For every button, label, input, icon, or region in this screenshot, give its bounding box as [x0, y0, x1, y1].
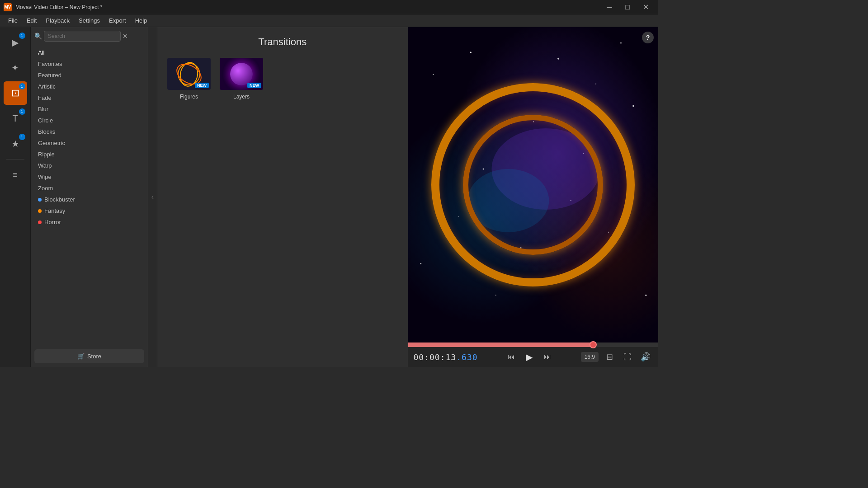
menu-playback[interactable]: Playback: [41, 15, 74, 26]
text-icon: T: [12, 113, 18, 124]
store-label: Store: [87, 353, 101, 360]
transitions-grid: NEW Figures NEW Layers: [157, 57, 408, 100]
category-blur-label: Blur: [38, 106, 48, 113]
category-geometric-label: Geometric: [38, 140, 65, 146]
category-favorites-label: Favorites: [38, 61, 62, 67]
sidebar-item-menu[interactable]: ≡: [4, 163, 27, 187]
fullscreen-button[interactable]: ⛶: [620, 350, 635, 364]
preview-controls: 00:00:13.630 ⏮ ▶ ⏭ 16:9 ⊟ ⛶ 🔊: [408, 347, 659, 367]
panel-collapse-button[interactable]: ‹: [148, 27, 157, 367]
store-icon: 🛒: [77, 353, 85, 360]
category-horror-label: Horror: [44, 219, 61, 225]
skip-back-button[interactable]: ⏮: [504, 350, 519, 364]
category-blockbuster-label: Blockbuster: [44, 196, 75, 203]
transition-thumb-figures: NEW: [166, 57, 212, 91]
timecode-main: 00:00:13: [414, 352, 457, 362]
menu-bar: File Edit Playback Settings Export Help: [0, 14, 658, 27]
category-circle-label: Circle: [38, 117, 53, 124]
transition-item-layers[interactable]: NEW Layers: [219, 57, 264, 100]
effects-icon: ✦: [11, 62, 19, 73]
search-clear-button[interactable]: ✕: [123, 33, 128, 40]
window-controls: ─ □ ✕: [600, 0, 655, 14]
transition-label-layers: Layers: [233, 94, 250, 100]
search-row: 🔍 ✕: [31, 27, 148, 45]
category-blur[interactable]: Blur: [31, 103, 148, 115]
category-all-label: All: [38, 49, 44, 56]
transitions-title: Transitions: [157, 27, 408, 57]
transitions-category-panel: 🔍 ✕ All Favorites Featured Artistic Fade…: [31, 27, 148, 367]
sidebar-item-text[interactable]: 1 T: [4, 107, 27, 130]
maximize-button[interactable]: □: [618, 0, 637, 14]
category-blocks[interactable]: Blocks: [31, 126, 148, 137]
transition-label-figures: Figures: [180, 94, 198, 100]
category-zoom[interactable]: Zoom: [31, 183, 148, 194]
category-featured[interactable]: Featured: [31, 70, 148, 81]
transition-thumb-layers: NEW: [219, 57, 264, 91]
svg-point-5: [620, 42, 621, 43]
fantasy-dot: [38, 209, 42, 213]
svg-point-15: [420, 263, 421, 264]
title-bar: MV Movavi Video Editor – New Project * ─…: [0, 0, 658, 14]
sidebar-item-effects[interactable]: ✦: [4, 56, 27, 80]
app-icon: MV: [4, 3, 12, 11]
sidebar-item-transitions[interactable]: 1 ⊡: [4, 81, 27, 105]
store-button[interactable]: 🛒 Store: [34, 349, 144, 363]
help-button[interactable]: ?: [642, 32, 654, 43]
text-badge: 1: [19, 108, 25, 115]
play-button[interactable]: ▶: [522, 350, 537, 364]
blockbuster-dot: [38, 198, 42, 202]
menu-icon: ≡: [13, 170, 18, 180]
main-area: 1 ▶ ✦ 1 ⊡ 1 T 1 ★ ≡ 🔍 ✕: [0, 27, 658, 367]
category-artistic[interactable]: Artistic: [31, 81, 148, 92]
category-wipe-label: Wipe: [38, 174, 52, 180]
search-input[interactable]: [44, 31, 121, 42]
category-wipe[interactable]: Wipe: [31, 171, 148, 183]
category-fade[interactable]: Fade: [31, 92, 148, 103]
category-circle[interactable]: Circle: [31, 115, 148, 126]
skip-forward-button[interactable]: ⏭: [540, 350, 555, 364]
category-fantasy[interactable]: Fantasy: [31, 205, 148, 216]
figures-new-badge: NEW: [195, 83, 209, 88]
preview-scrubber[interactable]: [408, 343, 659, 347]
category-featured-label: Featured: [38, 72, 61, 79]
category-artistic-label: Artistic: [38, 83, 56, 90]
sidebar-item-media[interactable]: 1 ▶: [4, 31, 27, 54]
volume-button[interactable]: 🔊: [638, 350, 653, 364]
category-warp-label: Warp: [38, 162, 52, 169]
media-badge: 1: [19, 33, 25, 39]
timecode-ms: .630: [456, 352, 477, 362]
sidebar-item-filters[interactable]: 1 ★: [4, 132, 27, 155]
filters-icon: ★: [11, 138, 19, 149]
preview-area: ? 00:00:13.630 ⏮ ▶ ⏭ 16:9 ⊟ ⛶ 🔊: [408, 27, 659, 367]
category-warp[interactable]: Warp: [31, 160, 148, 171]
transitions-panel: 🔍 ✕ All Favorites Featured Artistic Fade…: [31, 27, 148, 367]
category-favorites[interactable]: Favorites: [31, 58, 148, 70]
svg-point-1: [470, 52, 471, 53]
svg-point-3: [557, 58, 559, 60]
horror-dot: [38, 221, 42, 224]
minimize-button[interactable]: ─: [600, 0, 618, 14]
svg-point-19: [645, 295, 646, 296]
gold-ring-inner: [463, 115, 603, 255]
categories-list: All Favorites Featured Artistic Fade Blu…: [31, 45, 148, 346]
category-all[interactable]: All: [31, 47, 148, 58]
category-horror[interactable]: Horror: [31, 216, 148, 228]
menu-edit[interactable]: Edit: [22, 15, 41, 26]
close-button[interactable]: ✕: [637, 0, 655, 14]
menu-file[interactable]: File: [4, 15, 22, 26]
transitions-badge: 1: [19, 83, 25, 89]
layers-sphere: [230, 63, 253, 85]
preview-image: ?: [408, 27, 659, 343]
scrubber-thumb[interactable]: [590, 341, 597, 348]
menu-export[interactable]: Export: [104, 15, 131, 26]
aspect-ratio-badge[interactable]: 16:9: [581, 352, 599, 362]
menu-help[interactable]: Help: [131, 15, 152, 26]
transition-item-figures[interactable]: NEW Figures: [166, 57, 212, 100]
category-blockbuster[interactable]: Blockbuster: [31, 194, 148, 205]
timecode-display: 00:00:13.630: [414, 352, 478, 362]
category-ripple[interactable]: Ripple: [31, 149, 148, 160]
menu-settings[interactable]: Settings: [74, 15, 104, 26]
category-geometric[interactable]: Geometric: [31, 137, 148, 149]
export-frame-button[interactable]: ⊟: [602, 350, 617, 364]
category-fantasy-label: Fantasy: [44, 207, 65, 214]
